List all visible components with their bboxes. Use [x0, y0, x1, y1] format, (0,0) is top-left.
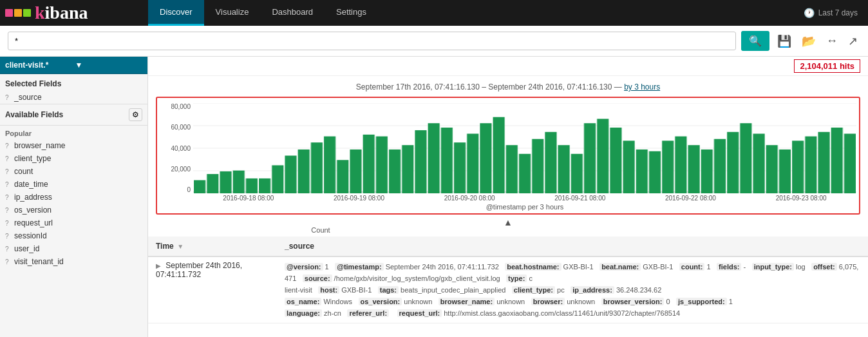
field-type-icon: ? — [5, 246, 12, 253]
x-axis-ticks: 2016-09-18 08:00 2016-09-19 08:00 2016-0… — [160, 195, 856, 202]
field-label: request_url — [14, 218, 53, 227]
chart-container: Count 80,000 60,000 40,000 20,000 0 — [156, 97, 860, 215]
main-content: 2,104,011 hits September 17th 2016, 07:4… — [148, 57, 868, 337]
y-tick-40k: 40,000 — [171, 145, 191, 152]
by-3-hours-link[interactable]: by 3 hours — [624, 82, 660, 91]
field-label: os_version — [14, 206, 52, 215]
src-key-os-version: os_version: — [359, 298, 402, 305]
field-visit-tenant-id[interactable]: ? visit_tenant_id — [0, 255, 147, 268]
share-icon[interactable]: ↔ — [824, 33, 840, 50]
logo-text: ibana — [45, 3, 88, 23]
src-val-client-type: pc — [555, 286, 569, 294]
src-key-host: host: — [318, 286, 339, 294]
field-label: visit_tenant_id — [14, 257, 64, 266]
src-val-js-supported: 1 — [727, 298, 733, 305]
field-session-id[interactable]: ? sessionId — [0, 229, 147, 242]
y-axis: Count 80,000 60,000 40,000 20,000 0 — [160, 103, 193, 193]
time-column-header[interactable]: Time ▼ — [148, 236, 277, 256]
nav-dashboard[interactable]: Dashboard — [260, 0, 325, 26]
chevron-down-icon: ▼ — [75, 61, 143, 70]
y-tick-80k: 80,000 — [171, 103, 191, 110]
nav-items: Discover Visualize Dashboard Settings — [148, 0, 378, 26]
src-val-ip-address: 36.248.234.62 — [614, 286, 661, 294]
time-range[interactable]: 🕐 Last 7 days — [804, 8, 868, 18]
search-bar: 🔍 💾 📂 ↔ ↗ — [0, 26, 868, 57]
field-label: client_type — [14, 154, 51, 163]
x-tick-6: 2016-09-23 08:00 — [776, 195, 827, 202]
src-key-count: count: — [679, 263, 705, 271]
gear-button[interactable]: ⚙ — [129, 108, 142, 121]
src-val-type: c — [527, 274, 533, 282]
source-column-header: _source — [277, 236, 868, 256]
chart-collapse[interactable]: ▲ — [156, 215, 860, 230]
src-val-os-name: Windows — [321, 298, 356, 305]
src-key-referer-url: referer_url: — [347, 309, 389, 317]
y-tick-20k: 20,000 — [171, 166, 191, 173]
field-label: ip_address — [14, 193, 52, 202]
src-key-beat-name: beat.name: — [599, 263, 641, 271]
field-type-icon: ? — [5, 194, 12, 201]
chart-section: September 17th 2016, 07:41:16.130 – Sept… — [148, 76, 868, 236]
src-key-request-url: request_url: — [397, 309, 442, 317]
src-key-type: type: — [506, 274, 527, 282]
src-key-tags: tags: — [378, 286, 399, 294]
index-selector[interactable]: client-visit.* ▼ — [0, 57, 147, 74]
x-tick-2: 2016-09-19 08:00 — [334, 195, 384, 202]
search-button[interactable]: 🔍 — [741, 31, 769, 51]
x-tick-4: 2016-09-21 08:00 — [554, 195, 605, 202]
field-user-id[interactable]: ? user_id — [0, 242, 147, 255]
time-cell: ▶ September 24th 2016, 07:41:11.732 — [148, 256, 277, 323]
x-axis-label: @timestamp per 3 hours — [160, 203, 856, 211]
source-field[interactable]: ? _source — [0, 91, 147, 104]
hits-bar: 2,104,011 hits — [148, 57, 868, 76]
field-type-icon: ? — [5, 155, 12, 162]
src-val-input-type: log — [794, 263, 809, 271]
nav-discover[interactable]: Discover — [148, 0, 204, 26]
src-key-input-type: input_type: — [752, 263, 794, 271]
src-val-referer-url — [389, 309, 395, 317]
src-key-beat-hostname: beat.hostname: — [505, 263, 561, 271]
src-val-source: /home/gxb/visitor_log_system/log/gxb_cli… — [332, 274, 504, 282]
save-icon[interactable]: 💾 — [775, 33, 794, 50]
time-range-label: Last 7 days — [818, 8, 858, 17]
collapse-arrow-icon[interactable]: ▲ — [504, 217, 513, 227]
nav-settings[interactable]: Settings — [325, 0, 378, 26]
field-label: browser_name — [14, 141, 65, 150]
field-type-icon: ? — [5, 181, 12, 188]
field-browser-name[interactable]: ? browser_name — [0, 139, 147, 152]
expand-button[interactable]: ▶ — [156, 262, 161, 269]
bar-chart-canvas — [193, 103, 856, 193]
nav-visualize[interactable]: Visualize — [204, 0, 261, 26]
y-tick-60k: 60,000 — [171, 124, 191, 131]
src-val-os-version: unknown — [402, 298, 436, 305]
new-window-icon[interactable]: ↗ — [845, 33, 860, 50]
field-count[interactable]: ? count — [0, 165, 147, 178]
src-key-timestamp: @timestamp: — [335, 263, 383, 271]
src-key-browser: browser: — [531, 298, 565, 305]
src-val-version: 1 — [323, 263, 333, 271]
field-os-version[interactable]: ? os_version — [0, 204, 147, 217]
search-input[interactable] — [8, 32, 736, 50]
table-row: ▶ September 24th 2016, 07:41:11.732 @ver… — [148, 256, 868, 323]
src-key-source: source: — [303, 274, 332, 282]
field-client-type[interactable]: ? client_type — [0, 152, 147, 165]
src-val-count: 1 — [704, 263, 714, 271]
src-key-js-supported: js_supported: — [676, 298, 727, 305]
field-type-icon: ? — [5, 233, 12, 240]
field-type-icon: ? — [5, 258, 12, 265]
field-request-url[interactable]: ? request_url — [0, 217, 147, 229]
src-key-browser-name: browser_name: — [439, 298, 495, 305]
field-ip-address[interactable]: ? ip_address — [0, 191, 147, 204]
src-key-os-name: os_name: — [285, 298, 321, 305]
open-icon[interactable]: 📂 — [799, 33, 818, 50]
src-val-tags: beats_input_codec_plain_applied — [399, 286, 509, 294]
available-fields-header: Available Fields ⚙ — [0, 104, 147, 126]
field-type-icon: ? — [5, 220, 12, 227]
src-val-browser: unknown — [565, 298, 599, 305]
field-label: count — [14, 167, 33, 176]
field-label: sessionId — [14, 231, 47, 240]
src-key-offset: offset: — [811, 263, 837, 271]
field-date-time[interactable]: ? date_time — [0, 178, 147, 191]
src-val-browser-version: 0 — [664, 298, 674, 305]
src-val-request-url: http://xmist.class.gaoxiaobang.com/class… — [442, 309, 680, 317]
